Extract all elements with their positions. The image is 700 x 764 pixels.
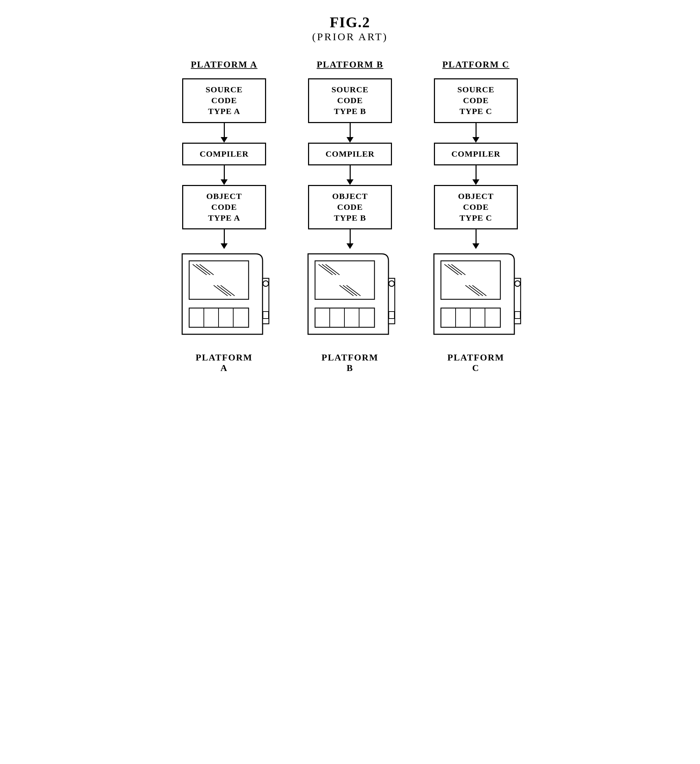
object-code-c-box: OBJECTCODETYPE C	[434, 185, 518, 230]
platform-c-column: PLATFORM C SOURCECODETYPE C COMPILER OBJ…	[423, 59, 528, 373]
object-code-b-box: OBJECTCODETYPE B	[308, 185, 392, 230]
arrow-line	[476, 123, 476, 137]
arrow-head	[472, 179, 479, 185]
arrow-line	[476, 165, 476, 179]
compiler-a-box: COMPILER	[182, 142, 266, 165]
fig-subtitle: (PRIOR ART)	[312, 31, 388, 43]
arrow-head	[221, 243, 228, 249]
arrow-line	[224, 123, 225, 137]
source-code-c-box: SOURCECODETYPE C	[434, 78, 518, 123]
arrow-head	[472, 243, 479, 249]
arrow-head	[346, 243, 354, 249]
computer-a	[179, 250, 269, 348]
computer-c	[431, 250, 521, 348]
platform-a-column: PLATFORM A SOURCECODETYPE A COMPILER OBJ…	[172, 59, 277, 373]
arrow-head	[346, 137, 354, 142]
arrow-line	[224, 165, 225, 179]
arrow-1b	[346, 123, 354, 142]
arrow-line	[350, 229, 351, 243]
arrow-2b	[346, 165, 354, 185]
arrow-head	[221, 179, 228, 185]
svg-rect-3	[189, 261, 249, 299]
source-code-a-box: SOURCECODETYPE A	[182, 78, 266, 123]
arrow-3c	[472, 229, 479, 249]
arrow-line	[350, 123, 351, 137]
svg-point-1	[263, 281, 269, 286]
arrow-head	[346, 179, 354, 185]
arrow-line	[350, 165, 351, 179]
source-code-b-box: SOURCECODETYPE B	[308, 78, 392, 123]
svg-point-29	[515, 281, 520, 286]
arrow-1c	[472, 123, 479, 142]
platform-a-header: PLATFORM A	[191, 59, 258, 70]
arrow-3a	[221, 229, 228, 249]
arrow-head	[221, 137, 228, 142]
platform-a-label: PLATFORMA	[196, 352, 253, 373]
fig-title: FIG.2	[312, 14, 388, 31]
svg-rect-31	[441, 261, 500, 299]
arrow-line	[476, 229, 476, 243]
compiler-b-box: COMPILER	[308, 142, 392, 165]
platform-b-header: PLATFORM B	[317, 59, 384, 70]
platform-c-header: PLATFORM C	[442, 59, 509, 70]
svg-rect-16	[389, 312, 395, 319]
platform-b-column: PLATFORM B SOURCECODETYPE B COMPILER OBJ…	[298, 59, 402, 373]
platform-b-label: PLATFORMB	[322, 352, 379, 373]
computer-b	[305, 250, 395, 348]
svg-rect-17	[315, 261, 374, 299]
svg-rect-2	[263, 312, 269, 319]
arrow-3b	[346, 229, 354, 249]
arrow-1a	[221, 123, 228, 142]
platform-c-label: PLATFORMC	[448, 352, 504, 373]
arrow-line	[224, 229, 225, 243]
svg-point-15	[389, 281, 395, 286]
page-title: FIG.2 (PRIOR ART)	[312, 14, 388, 43]
object-code-a-box: OBJECTCODETYPE A	[182, 185, 266, 230]
compiler-c-box: COMPILER	[434, 142, 518, 165]
svg-rect-30	[515, 312, 520, 319]
diagram-container: PLATFORM A SOURCECODETYPE A COMPILER OBJ…	[35, 59, 665, 373]
arrow-head	[472, 137, 479, 142]
arrow-2c	[472, 165, 479, 185]
arrow-2a	[221, 165, 228, 185]
